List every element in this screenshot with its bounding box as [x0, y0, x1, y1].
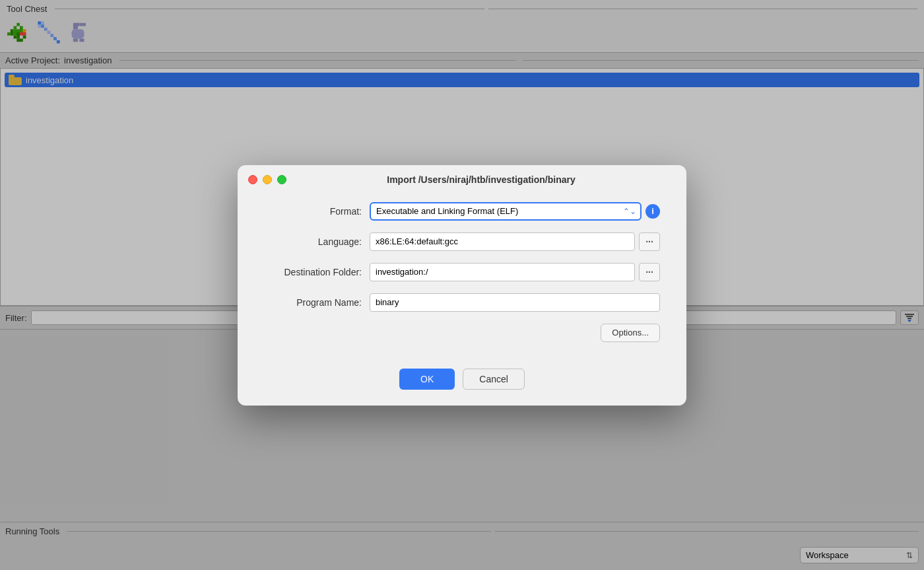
cancel-button[interactable]: Cancel	[463, 369, 525, 390]
modal-overlay: Import /Users/niraj/htb/investigation/bi…	[0, 0, 924, 570]
format-row: Format: Executable and Linking Format (E…	[264, 202, 660, 221]
format-control-wrap: Executable and Linking Format (ELF) ⌃⌄ i	[370, 202, 660, 221]
destination-control-wrap: ···	[370, 263, 660, 281]
format-select-wrapper: Executable and Linking Format (ELF) ⌃⌄	[370, 202, 642, 221]
language-browse-button[interactable]: ···	[639, 232, 660, 251]
program-name-control-wrap	[370, 293, 660, 312]
language-input[interactable]	[370, 232, 635, 251]
modal-footer: OK Cancel	[238, 363, 686, 390]
program-name-label: Program Name:	[264, 297, 370, 308]
options-row: Options...	[264, 324, 660, 342]
language-label: Language:	[264, 236, 370, 247]
ok-button[interactable]: OK	[399, 369, 455, 390]
format-info-button[interactable]: i	[645, 204, 660, 219]
destination-folder-input[interactable]	[370, 263, 635, 281]
destination-folder-row: Destination Folder: ···	[264, 263, 660, 281]
traffic-lights	[248, 175, 286, 184]
language-control-wrap: ···	[370, 232, 660, 251]
modal-titlebar: Import /Users/niraj/htb/investigation/bi…	[238, 165, 686, 192]
minimize-button[interactable]	[263, 175, 272, 184]
format-select[interactable]: Executable and Linking Format (ELF)	[370, 202, 642, 221]
destination-browse-button[interactable]: ···	[639, 263, 660, 281]
import-dialog: Import /Users/niraj/htb/investigation/bi…	[238, 165, 686, 406]
close-button[interactable]	[248, 175, 257, 184]
modal-body: Format: Executable and Linking Format (E…	[238, 192, 686, 363]
maximize-button[interactable]	[277, 175, 286, 184]
program-name-input[interactable]	[370, 293, 660, 312]
modal-title: Import /Users/niraj/htb/investigation/bi…	[326, 174, 636, 185]
program-name-row: Program Name:	[264, 293, 660, 312]
options-button[interactable]: Options...	[601, 324, 660, 342]
language-row: Language: ···	[264, 232, 660, 251]
format-label: Format:	[264, 206, 370, 217]
destination-folder-label: Destination Folder:	[264, 267, 370, 277]
